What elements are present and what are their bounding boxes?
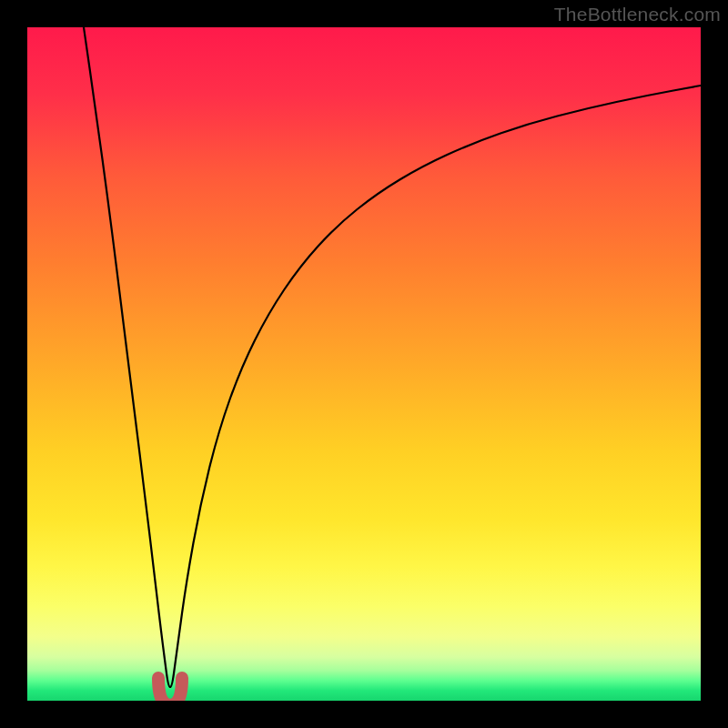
chart-svg — [27, 27, 701, 701]
plot-area — [27, 27, 701, 701]
watermark-text: TheBottleneck.com — [554, 4, 721, 25]
outer-frame: TheBottleneck.com — [0, 0, 728, 728]
